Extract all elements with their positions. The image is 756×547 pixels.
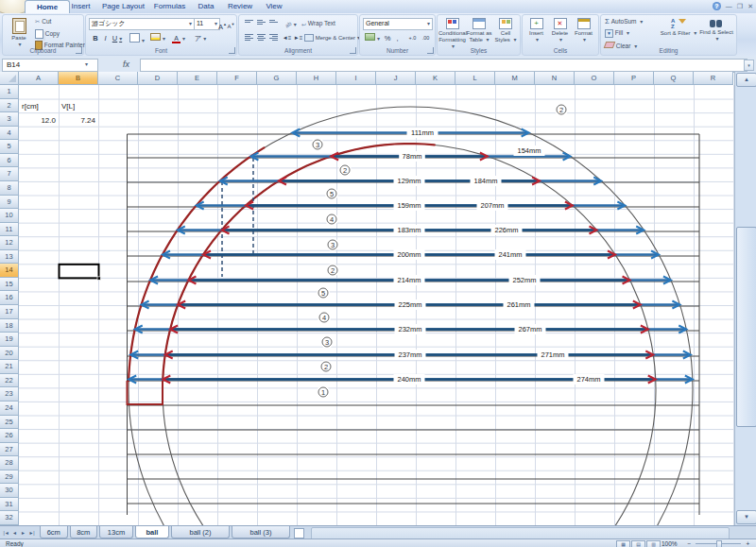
align-bottom-button[interactable] (266, 18, 280, 30)
column-header-L[interactable]: L (455, 72, 495, 85)
cut-button[interactable]: ✂ Cut (35, 18, 51, 26)
row-header-6[interactable]: 6 (0, 154, 19, 168)
row-header-3[interactable]: 3 (0, 112, 19, 127)
font-dialog-launcher[interactable] (229, 47, 235, 54)
row-header-15[interactable]: 15 (0, 278, 19, 292)
column-header-R[interactable]: R (694, 72, 733, 85)
worksheet-grid[interactable]: 111mm78mm154mm129mm184mm159mm207mm183mm2… (19, 85, 734, 525)
font-color-button[interactable]: A▾ (169, 32, 188, 44)
row-header-2[interactable]: 2 (0, 99, 19, 113)
row-header-18[interactable]: 18 (0, 319, 19, 333)
insert-function-icon[interactable]: fx (123, 59, 138, 70)
wrap-text-button[interactable]: ↩ Wrap Text (301, 20, 335, 27)
increase-indent-button[interactable]: ►≡ (292, 32, 304, 44)
zoom-in-button[interactable]: + (745, 540, 751, 547)
number-dialog-launcher[interactable] (427, 47, 434, 54)
row-header-10[interactable]: 10 (0, 209, 19, 223)
row-header-16[interactable]: 16 (0, 291, 19, 305)
minimize-icon[interactable]: — (726, 3, 732, 9)
row-header-25[interactable]: 25 (0, 416, 19, 430)
column-header-D[interactable]: D (138, 72, 178, 85)
align-top-button[interactable] (242, 18, 255, 30)
vertical-scrollbar[interactable]: ▲ ▼ (734, 72, 756, 525)
sheet-tab-8cm[interactable]: 8cm (70, 526, 98, 538)
zoom-slider-thumb[interactable] (716, 540, 722, 547)
column-header-N[interactable]: N (535, 72, 575, 85)
formula-input[interactable] (140, 59, 747, 72)
column-header-G[interactable]: G (257, 72, 297, 85)
row-header-22[interactable]: 22 (0, 374, 19, 388)
copy-button[interactable]: Copy (35, 29, 60, 39)
page-break-view-button[interactable]: ▥ (646, 540, 661, 547)
align-right-button[interactable] (266, 32, 280, 44)
column-header-B[interactable]: B (59, 72, 98, 85)
row-header-31[interactable]: 31 (0, 498, 19, 512)
restore-icon[interactable]: ❐ (737, 3, 743, 10)
row-header-9[interactable]: 9 (0, 196, 19, 210)
orientation-button[interactable]: ab▾ (283, 18, 300, 30)
expand-formula-bar-icon[interactable]: ▾ (744, 60, 754, 71)
row-header-1[interactable]: 1 (0, 85, 19, 99)
phonetic-button[interactable]: ア▾ (190, 32, 211, 44)
scroll-down-icon[interactable]: ▼ (736, 510, 756, 524)
scroll-up-icon[interactable]: ▲ (736, 73, 756, 87)
row-header-5[interactable]: 5 (0, 140, 19, 154)
row-header-4[interactable]: 4 (0, 127, 19, 141)
column-header-K[interactable]: K (416, 72, 455, 85)
alignment-dialog-launcher[interactable] (350, 47, 356, 54)
row-header-30[interactable]: 30 (0, 484, 19, 498)
select-all-corner[interactable] (0, 72, 19, 85)
borders-button[interactable]: ▾ (128, 32, 146, 44)
row-header-26[interactable]: 26 (0, 429, 19, 443)
page-layout-view-button[interactable]: ▤ (631, 540, 645, 547)
column-headers[interactable]: ABCDEFGHIJKLMNOPQR (19, 72, 734, 85)
column-header-A[interactable]: A (19, 72, 59, 85)
row-header-17[interactable]: 17 (0, 305, 19, 319)
row-header-8[interactable]: 8 (0, 181, 19, 196)
fill-button[interactable]: ▼ Fill ▾ (605, 29, 629, 38)
number-format-select[interactable]: General▾ (363, 18, 433, 30)
autosum-button[interactable]: Σ AutoSum ▾ (605, 17, 643, 26)
sheet-tab-ball-3[interactable]: ball (3) (232, 526, 290, 538)
zoom-level-label[interactable]: 100% (662, 540, 678, 547)
shrink-font-button[interactable]: A▼ (226, 18, 236, 30)
sheet-tab-ball[interactable]: ball (135, 526, 169, 538)
sheet-tab-13cm[interactable]: 13cm (99, 526, 133, 538)
normal-view-button[interactable]: ▦ (616, 540, 630, 547)
row-header-32[interactable]: 32 (0, 511, 19, 525)
column-header-O[interactable]: O (575, 72, 614, 85)
comma-style-button[interactable]: , (392, 32, 403, 44)
row-header-29[interactable]: 29 (0, 470, 19, 485)
fill-color-button[interactable]: ▾ (148, 32, 167, 44)
row-header-13[interactable]: 13 (0, 250, 19, 265)
help-icon[interactable]: ? (713, 2, 721, 10)
row-header-12[interactable]: 12 (0, 236, 19, 250)
previous-sheet-icon[interactable]: ◄ (10, 528, 19, 538)
row-header-27[interactable]: 27 (0, 443, 19, 457)
row-header-14[interactable]: 14 (0, 264, 19, 278)
name-box-dropdown-icon[interactable]: ▾ (81, 59, 92, 70)
row-headers[interactable]: 1234567891011121314151617181920212223242… (0, 85, 19, 525)
merge-center-button[interactable]: Merge & Center▾ (304, 34, 360, 42)
row-header-24[interactable]: 24 (0, 402, 19, 416)
align-center-button[interactable] (254, 32, 267, 44)
close-icon[interactable]: ✕ (747, 3, 753, 10)
last-sheet-icon[interactable]: ►| (27, 528, 36, 538)
font-size-select[interactable]: 11▾ (194, 18, 220, 30)
align-left-button[interactable] (242, 32, 255, 44)
column-header-P[interactable]: P (614, 72, 654, 85)
column-header-F[interactable]: F (217, 72, 257, 85)
column-header-I[interactable]: I (336, 72, 376, 85)
sheet-tab-ball-2[interactable]: ball (2) (171, 526, 230, 538)
column-header-J[interactable]: J (376, 72, 416, 85)
column-header-Q[interactable]: Q (654, 72, 694, 85)
row-header-19[interactable]: 19 (0, 333, 19, 347)
column-header-M[interactable]: M (495, 72, 535, 85)
row-header-21[interactable]: 21 (0, 360, 19, 374)
underline-button[interactable]: U▾ (110, 32, 125, 44)
row-header-28[interactable]: 28 (0, 456, 19, 470)
first-sheet-icon[interactable]: |◄ (2, 528, 10, 538)
row-header-7[interactable]: 7 (0, 167, 19, 181)
row-header-20[interactable]: 20 (0, 347, 19, 361)
clipboard-dialog-launcher[interactable] (76, 47, 82, 54)
